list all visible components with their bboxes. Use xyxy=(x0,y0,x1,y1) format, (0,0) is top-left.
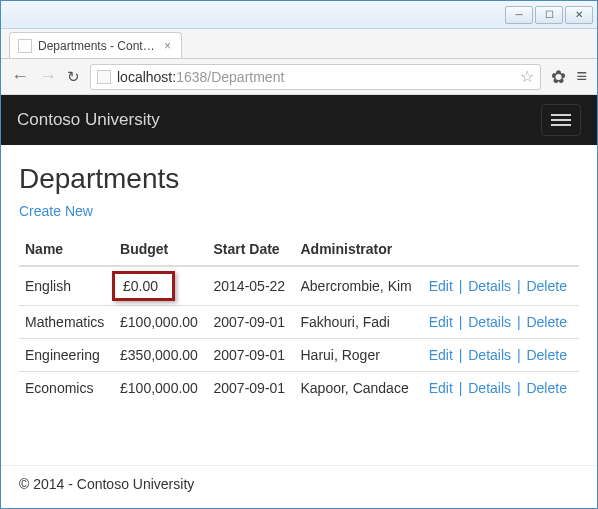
cell-budget: £100,000.00 xyxy=(114,306,207,339)
edit-link[interactable]: Edit xyxy=(429,380,453,396)
nav-toggle-button[interactable] xyxy=(541,104,581,136)
delete-link[interactable]: Delete xyxy=(526,380,566,396)
site-navbar: Contoso University xyxy=(1,95,597,145)
url-input[interactable]: localhost:1638/Department ☆ xyxy=(90,64,541,90)
col-actions xyxy=(423,233,579,266)
details-link[interactable]: Details xyxy=(468,347,511,363)
cell-actions: Edit | Details | Delete xyxy=(423,339,579,372)
brand-link[interactable]: Contoso University xyxy=(17,110,160,130)
cell-name: Economics xyxy=(19,372,114,405)
col-budget: Budget xyxy=(114,233,207,266)
page-footer: © 2014 - Contoso University xyxy=(1,465,597,508)
cell-start-date: 2007-09-01 xyxy=(208,372,295,405)
table-row: Mathematics£100,000.002007-09-01Fakhouri… xyxy=(19,306,579,339)
maximize-button[interactable]: ☐ xyxy=(535,6,563,24)
browser-window: ─ ☐ ✕ Departments - Contoso U × ← → ↻ lo… xyxy=(0,0,598,509)
delete-link[interactable]: Delete xyxy=(526,347,566,363)
reload-button[interactable]: ↻ xyxy=(67,68,80,86)
page-icon xyxy=(97,70,111,84)
cell-start-date: 2007-09-01 xyxy=(208,306,295,339)
tab-strip: Departments - Contoso U × xyxy=(1,29,597,59)
cell-administrator: Harui, Roger xyxy=(294,339,422,372)
address-bar: ← → ↻ localhost:1638/Department ☆ ✿ ≡ xyxy=(1,59,597,95)
details-link[interactable]: Details xyxy=(468,314,511,330)
cell-start-date: 2014-05-22 xyxy=(208,266,295,306)
table-row: Engineering£350,000.002007-09-01Harui, R… xyxy=(19,339,579,372)
back-button[interactable]: ← xyxy=(11,66,29,87)
delete-link[interactable]: Delete xyxy=(526,278,566,294)
departments-table: Name Budget Start Date Administrator Eng… xyxy=(19,233,579,404)
footer-text: © 2014 - Contoso University xyxy=(19,476,194,492)
table-row: Economics£100,000.002007-09-01Kapoor, Ca… xyxy=(19,372,579,405)
cell-administrator: Fakhouri, Fadi xyxy=(294,306,422,339)
close-tab-icon[interactable]: × xyxy=(164,39,171,53)
forward-button[interactable]: → xyxy=(39,66,57,87)
cell-name: English xyxy=(19,266,114,306)
page-title: Departments xyxy=(19,163,579,195)
favicon-icon xyxy=(18,39,32,53)
chrome-menu-icon[interactable]: ≡ xyxy=(576,66,587,87)
cell-budget: £0.00 xyxy=(114,266,207,306)
cell-budget: £350,000.00 xyxy=(114,339,207,372)
tab-title: Departments - Contoso U xyxy=(38,39,158,53)
col-start-date: Start Date xyxy=(208,233,295,266)
gear-icon[interactable]: ✿ xyxy=(551,66,566,88)
cell-start-date: 2007-09-01 xyxy=(208,339,295,372)
cell-name: Mathematics xyxy=(19,306,114,339)
details-link[interactable]: Details xyxy=(468,380,511,396)
minimize-button[interactable]: ─ xyxy=(505,6,533,24)
cell-administrator: Abercrombie, Kim xyxy=(294,266,422,306)
cell-name: Engineering xyxy=(19,339,114,372)
table-header-row: Name Budget Start Date Administrator xyxy=(19,233,579,266)
edit-link[interactable]: Edit xyxy=(429,278,453,294)
cell-actions: Edit | Details | Delete xyxy=(423,372,579,405)
edit-link[interactable]: Edit xyxy=(429,347,453,363)
cell-actions: Edit | Details | Delete xyxy=(423,306,579,339)
browser-tab[interactable]: Departments - Contoso U × xyxy=(9,32,182,58)
table-row: English£0.002014-05-22Abercrombie, KimEd… xyxy=(19,266,579,306)
highlight-box: £0.00 xyxy=(112,271,175,301)
page-content: Departments Create New Name Budget Start… xyxy=(1,145,597,465)
cell-actions: Edit | Details | Delete xyxy=(423,266,579,306)
col-administrator: Administrator xyxy=(294,233,422,266)
cell-budget: £100,000.00 xyxy=(114,372,207,405)
edit-link[interactable]: Edit xyxy=(429,314,453,330)
cell-administrator: Kapoor, Candace xyxy=(294,372,422,405)
window-titlebar: ─ ☐ ✕ xyxy=(1,1,597,29)
hamburger-icon xyxy=(551,114,571,116)
close-window-button[interactable]: ✕ xyxy=(565,6,593,24)
col-name: Name xyxy=(19,233,114,266)
bookmark-star-icon[interactable]: ☆ xyxy=(520,67,534,86)
details-link[interactable]: Details xyxy=(468,278,511,294)
delete-link[interactable]: Delete xyxy=(526,314,566,330)
create-new-link[interactable]: Create New xyxy=(19,203,93,219)
url-text: localhost:1638/Department xyxy=(117,69,514,85)
